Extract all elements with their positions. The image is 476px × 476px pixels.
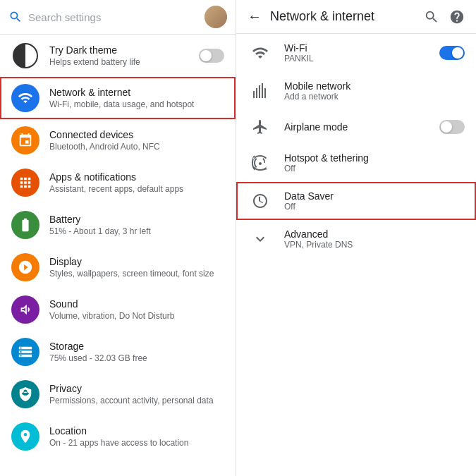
battery-text: Battery 51% - About 1 day, 3 hr left <box>49 213 224 238</box>
wifi-subtitle: PANKIL <box>284 54 439 63</box>
settings-item-network[interactable]: Network & internet Wi-Fi, mobile, data u… <box>0 77 236 119</box>
network-title: Network & internet <box>49 86 224 99</box>
storage-subtitle: 75% used - 32.03 GB free <box>49 353 224 365</box>
network-icon <box>11 84 39 112</box>
datasaver-subtitle: Off <box>284 202 465 212</box>
dark-theme-subtitle: Helps extend battery life <box>49 57 199 68</box>
mobile-subtitle: Add a network <box>284 92 465 102</box>
settings-list: Try Dark theme Helps extend battery life… <box>0 35 236 476</box>
wifi-toggle[interactable] <box>439 46 465 60</box>
signal-icon <box>248 83 273 99</box>
back-button[interactable]: ← <box>248 8 262 25</box>
privacy-subtitle: Permissions, account activity, personal … <box>49 396 224 407</box>
wifi-title: Wi-Fi <box>284 42 439 54</box>
chevron-down-icon <box>248 231 273 248</box>
advanced-subtitle: VPN, Private DNS <box>284 240 465 250</box>
connected-icon <box>11 126 39 154</box>
datasaver-text: Data Saver Off <box>284 190 465 212</box>
storage-icon <box>11 338 39 366</box>
location-subtitle: On - 21 apps have access to location <box>49 438 224 449</box>
storage-text: Storage 75% used - 32.03 GB free <box>49 340 224 365</box>
hotspot-subtitle: Off <box>284 164 465 173</box>
airplane-toggle[interactable] <box>439 120 465 134</box>
right-item-advanced[interactable]: Advanced VPN, Private DNS <box>236 220 476 258</box>
privacy-icon <box>11 380 39 408</box>
right-item-airplane[interactable]: Airplane mode <box>236 110 476 144</box>
search-bar[interactable]: Search settings <box>0 0 236 35</box>
apps-title: Apps & notifications <box>49 171 224 183</box>
battery-subtitle: 51% - About 1 day, 3 hr left <box>49 226 224 238</box>
sound-text: Sound Volume, vibration, Do Not Disturb <box>49 298 224 322</box>
settings-item-display[interactable]: Display Styles, wallpapers, screen timeo… <box>0 246 236 288</box>
mobile-text: Mobile network Add a network <box>284 80 465 102</box>
settings-item-privacy[interactable]: Privacy Permissions, account activity, p… <box>0 373 236 415</box>
apps-icon <box>11 169 39 197</box>
avatar[interactable] <box>205 6 227 28</box>
advanced-title: Advanced <box>284 228 465 240</box>
hotspot-title: Hotspot & tethering <box>284 152 465 164</box>
sound-icon <box>11 295 39 324</box>
dark-theme-title: Try Dark theme <box>49 44 199 56</box>
settings-item-location[interactable]: Location On - 21 apps have access to loc… <box>0 415 236 458</box>
hotspot-text: Hotspot & tethering Off <box>284 152 465 173</box>
search-header-icon[interactable] <box>424 9 439 25</box>
location-title: Location <box>49 425 224 437</box>
network-subtitle: Wi-Fi, mobile, data usage, and hotspot <box>49 99 224 111</box>
airplane-title: Airplane mode <box>284 121 439 133</box>
right-panel-title: Network & internet <box>270 9 415 24</box>
right-item-hotspot[interactable]: Hotspot & tethering Off <box>236 144 476 182</box>
settings-item-battery[interactable]: Battery 51% - About 1 day, 3 hr left <box>0 204 236 246</box>
privacy-text: Privacy Permissions, account activity, p… <box>49 382 224 407</box>
apps-text: Apps & notifications Assistant, recent a… <box>49 171 224 195</box>
hotspot-icon <box>248 154 273 171</box>
right-header: ← Network & internet <box>236 0 476 34</box>
connected-subtitle: Bluetooth, Android Auto, NFC <box>49 142 224 153</box>
wifi-icon <box>248 44 273 61</box>
sound-title: Sound <box>49 298 224 310</box>
help-icon[interactable] <box>449 9 465 25</box>
settings-item-apps[interactable]: Apps & notifications Assistant, recent a… <box>0 161 236 204</box>
dark-theme-toggle[interactable] <box>199 49 224 63</box>
location-text: Location On - 21 apps have access to loc… <box>49 425 224 449</box>
display-title: Display <box>49 255 224 268</box>
sound-subtitle: Volume, vibration, Do Not Disturb <box>49 311 224 322</box>
apps-subtitle: Assistant, recent apps, default apps <box>49 184 224 195</box>
battery-icon <box>11 211 39 239</box>
datasaver-icon <box>248 193 273 209</box>
airplane-icon <box>248 118 273 135</box>
right-list: Wi-Fi PANKIL Mobile network Add a networ… <box>236 34 476 476</box>
settings-item-connected[interactable]: Connected devices Bluetooth, Android Aut… <box>0 119 236 161</box>
display-icon <box>11 253 39 281</box>
battery-title: Battery <box>49 213 224 226</box>
mobile-title: Mobile network <box>284 80 465 92</box>
location-icon <box>11 422 39 451</box>
search-placeholder: Search settings <box>28 11 199 23</box>
settings-item-dark-theme[interactable]: Try Dark theme Helps extend battery life <box>0 35 236 77</box>
privacy-title: Privacy <box>49 382 224 395</box>
settings-item-storage[interactable]: Storage 75% used - 32.03 GB free <box>0 331 236 373</box>
display-text: Display Styles, wallpapers, screen timeo… <box>49 255 224 280</box>
right-item-datasaver[interactable]: Data Saver Off <box>236 182 476 220</box>
header-icons <box>424 9 465 25</box>
right-item-wifi[interactable]: Wi-Fi PANKIL <box>236 34 476 72</box>
wifi-text: Wi-Fi PANKIL <box>284 42 439 63</box>
airplane-text: Airplane mode <box>284 121 439 133</box>
dark-theme-icon <box>11 42 39 70</box>
connected-title: Connected devices <box>49 128 224 141</box>
storage-title: Storage <box>49 340 224 353</box>
left-panel: Search settings Try Dark theme Helps ext… <box>0 0 236 476</box>
datasaver-title: Data Saver <box>284 190 465 202</box>
advanced-text: Advanced VPN, Private DNS <box>284 228 465 250</box>
right-panel: ← Network & internet <box>236 0 476 476</box>
display-subtitle: Styles, wallpapers, screen timeout, font… <box>49 269 224 280</box>
search-icon <box>8 10 23 24</box>
dark-theme-text: Try Dark theme Helps extend battery life <box>49 44 199 68</box>
right-item-mobile[interactable]: Mobile network Add a network <box>236 72 476 110</box>
connected-text: Connected devices Bluetooth, Android Aut… <box>49 128 224 153</box>
settings-item-sound[interactable]: Sound Volume, vibration, Do Not Disturb <box>0 288 236 331</box>
network-text: Network & internet Wi-Fi, mobile, data u… <box>49 86 224 111</box>
